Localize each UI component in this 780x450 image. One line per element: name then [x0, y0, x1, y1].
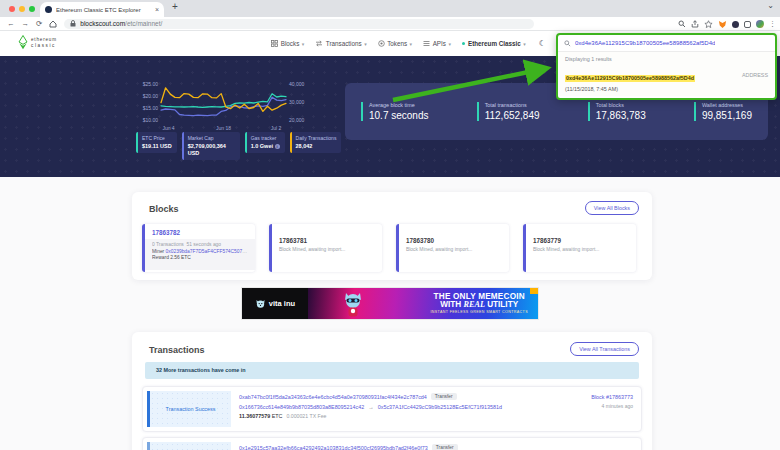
extensions-puzzle-icon[interactable] [744, 21, 751, 28]
forward-button[interactable]: → [22, 19, 30, 28]
transaction-type-chip: Transfer [431, 393, 457, 400]
blocks-section: Blocks View All Blocks 17863782 0 Transa… [132, 192, 652, 280]
dark-mode-toggle-moon-icon[interactable]: ☾ [539, 39, 546, 48]
transaction-row[interactable]: Transaction Success 0xab747bc0f1ff5da2a3… [142, 386, 642, 432]
metamask-extension-icon[interactable] [718, 20, 727, 29]
blocks-icon [271, 40, 278, 47]
window-zoom-button[interactable] [29, 6, 35, 12]
network-status-dot [462, 42, 466, 46]
search-result-item[interactable]: 0xd4e36Ae112915C9b18700505ee58988562af5D… [565, 66, 768, 92]
ethereum-classic-diamond-icon [18, 35, 28, 50]
result-timestamp: (11/15/2018, 7:45 AM) [565, 86, 695, 92]
svg-text:$10.00: $10.00 [143, 117, 159, 123]
menu-item-transactions[interactable]: Transactions▾ [315, 40, 366, 47]
block-link[interactable]: Block #17863773 [563, 394, 633, 400]
ad-brand-section: vita inu [242, 288, 308, 319]
url-domain: blockscout.com [80, 20, 125, 27]
ad-headline: THE ONLY MEMECOIN WITH REAL UTILITY INST… [430, 293, 528, 315]
address-bar[interactable]: blockscout.com/etc/mainnet/ [64, 19, 534, 29]
view-all-transactions-button[interactable]: View All Transactions [570, 342, 639, 356]
share-icon[interactable] [691, 20, 699, 28]
block-card-featured[interactable]: 17863782 0 Transactions 51 seconds ago M… [142, 224, 255, 272]
window-close-button[interactable] [9, 6, 15, 12]
extension-icon[interactable] [732, 21, 739, 28]
svg-text:40,000: 40,000 [289, 81, 305, 87]
ad-brand-name: vita inu [269, 299, 295, 308]
svg-text:20,000: 20,000 [289, 117, 305, 123]
bookmark-star-icon[interactable] [704, 20, 713, 29]
home-icon[interactable] [49, 20, 57, 28]
ad-banner[interactable]: vita inu THE ONLY MEMECOIN WITH REAL UTI… [241, 287, 539, 320]
ad-mascot-dog [340, 291, 366, 318]
site-menu: Blocks▾ Transactions▾ Tokens▾ APIs▾ Ethe… [271, 31, 546, 56]
tab-close-icon[interactable]: × [155, 6, 159, 13]
tab-favicon [45, 6, 52, 13]
reload-button[interactable]: ⟳ [36, 19, 42, 28]
menu-item-tokens[interactable]: Tokens▾ [378, 40, 412, 47]
search-icon[interactable] [678, 20, 686, 28]
search-results-dropdown: Displaying 1 results 0xd4e36Ae112915C9b1… [558, 52, 775, 96]
svg-text:$25.00: $25.00 [143, 81, 159, 87]
block-number-link[interactable]: 17863782 [145, 224, 255, 239]
tokens-icon [378, 40, 385, 47]
lock-icon [70, 20, 76, 27]
block-card[interactable]: 17863779 Block Mined, awaiting import... [523, 224, 636, 272]
browser-tab-strip: Ethereum Classic ETC Explorer × + ⌄ [0, 0, 780, 17]
transaction-status-badge: Transaction Success [147, 391, 231, 427]
svg-text:Jul 2: Jul 2 [271, 125, 282, 131]
transactions-icon [315, 40, 323, 47]
new-tab-button[interactable]: + [172, 1, 178, 12]
etc-logo[interactable]: ethereum classic [18, 35, 57, 50]
to-address-link[interactable]: 0x5c37A1fCc4429cC9b9b25128Ec5EfC71f91358… [378, 404, 502, 410]
results-summary: Displaying 1 results [565, 56, 768, 62]
from-address-link[interactable]: 0x166736cc614e849b9b87035d803a8E8095214c… [239, 404, 364, 410]
stat-total-blocks: Total blocks 17,863,783 [588, 102, 646, 121]
search-query-text: 0xd4e36Ae112915C9b18700505ee58988562af5D… [575, 40, 715, 46]
svg-text:Jun 4: Jun 4 [162, 125, 174, 131]
search-input[interactable]: 0xd4e36Ae112915C9b18700505ee58988562af5D… [558, 35, 775, 52]
chevron-down-icon: ▾ [523, 41, 526, 47]
block-details: 0 Transactions 51 seconds ago Miner 0x02… [145, 239, 255, 270]
transaction-status-badge [147, 442, 231, 450]
stat-card-gas-tracker: Gas tracker 1.0 Gwei i [245, 132, 285, 153]
apis-icon [423, 40, 430, 47]
stat-card-daily-transactions: Daily Transactions 28,042 [290, 132, 342, 153]
chevron-down-icon: ▾ [364, 41, 367, 47]
annotation-arrow [385, 58, 557, 106]
transaction-age: 4 minutes ago [563, 403, 633, 409]
tab-search-chevron-icon[interactable]: ⌄ [767, 1, 774, 10]
url-path: /etc/mainnet/ [125, 20, 162, 27]
info-icon[interactable]: i [275, 144, 280, 149]
browser-tab[interactable]: Ethereum Classic ETC Explorer × [40, 2, 164, 17]
stat-wallet-addresses: Wallet addresses 99,851,169 [694, 102, 752, 121]
profile-avatar[interactable] [756, 20, 764, 28]
market-chart: $25.00$20.00$15.00$10.0040,00030,00020,0… [136, 76, 320, 138]
svg-text:$20.00: $20.00 [143, 93, 159, 99]
back-button[interactable]: ← [7, 19, 15, 28]
new-transactions-notice[interactable]: 32 More transactions have come in [145, 362, 639, 379]
logo-wordmark: ethereum classic [31, 37, 57, 48]
result-type-label: ADDRESS [742, 72, 768, 78]
svg-text:30,000: 30,000 [289, 99, 305, 105]
miner-address-link[interactable]: 0x0239bda7F7D5aF4CFF574C507bb... [166, 249, 248, 254]
browser-toolbar-right: ⋮ [678, 17, 776, 31]
ad-choice-badge[interactable] [530, 288, 538, 294]
block-card[interactable]: 17863780 Block Mined, awaiting import... [396, 224, 509, 272]
block-card[interactable]: 17863781 Block Mined, awaiting import... [269, 224, 382, 272]
browser-window: Ethereum Classic ETC Explorer × + ⌄ ← → … [0, 0, 780, 450]
transaction-row[interactable]: 0x1e2915c57aa32efb66ca4292492a103831dc34… [142, 437, 642, 450]
svg-text:Jun 18: Jun 18 [216, 125, 231, 131]
market-history-chart: $25.00$20.00$15.00$10.0040,00030,00020,0… [136, 76, 320, 134]
transaction-hash-link[interactable]: 0xab747bc0f1ff5da2a34363c6e4e6cbc4d54a0e… [239, 394, 427, 400]
search-box-annotated: 0xd4e36Ae112915C9b18700505ee58988562af5D… [556, 33, 777, 100]
menu-item-apis[interactable]: APIs▾ [423, 40, 451, 47]
transaction-hash-link[interactable]: 0x1e2915c57aa32efb66ca4292492a103831dc34… [239, 445, 428, 450]
window-minimize-button[interactable] [19, 6, 25, 12]
transactions-section: Transactions View All Transactions 32 Mo… [132, 332, 652, 450]
menu-item-network[interactable]: Ethereum Classic▾ [462, 40, 526, 47]
result-address-highlighted[interactable]: 0xd4e36Ae112915C9b18700505ee58988562af5D… [565, 75, 695, 82]
transactions-title: Transactions [149, 345, 205, 355]
view-all-blocks-button[interactable]: View All Blocks [585, 201, 639, 215]
menu-item-blocks[interactable]: Blocks▾ [271, 40, 304, 47]
chrome-menu-icon[interactable]: ⋮ [769, 20, 776, 28]
